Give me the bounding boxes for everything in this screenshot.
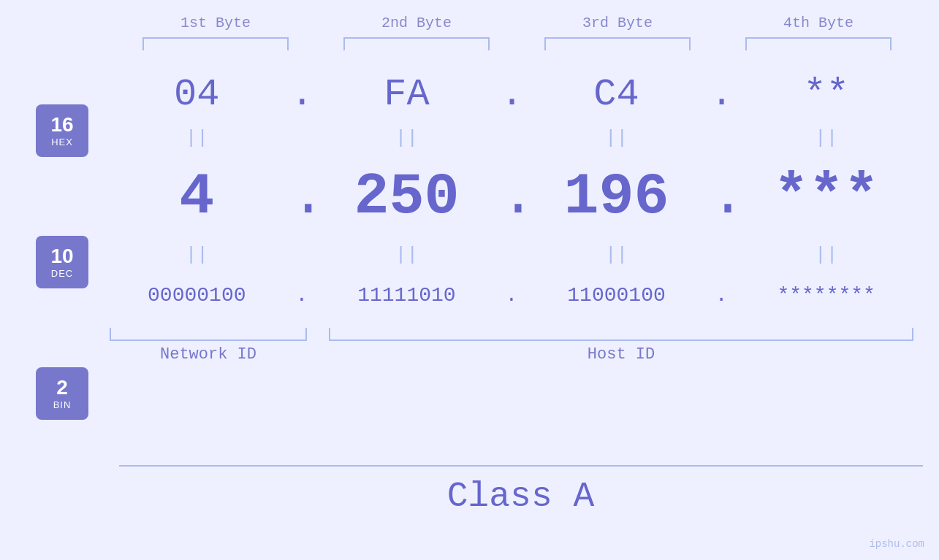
byte1-label: 1st Byte	[135, 15, 296, 31]
hex-dot-3: .	[710, 73, 732, 116]
eq1-b2: ||	[326, 127, 487, 149]
dec-value-row: 4 . 250 . 196 . ***	[110, 153, 913, 240]
bin-dot-1: .	[291, 284, 313, 307]
dec-badge-wrapper: 10 DEC	[15, 189, 110, 335]
dec-b1: 4	[116, 164, 277, 230]
eq1-b4: ||	[746, 127, 907, 149]
bin-badge-text: BIN	[53, 399, 72, 410]
hex-badge-number: 16	[50, 115, 73, 135]
dec-dot-3: .	[710, 164, 732, 230]
eq1-b1: ||	[116, 127, 277, 149]
equals-row-2: || || || ||	[110, 240, 913, 269]
eq2-b2: ||	[326, 244, 487, 266]
dec-badge-number: 10	[50, 246, 73, 266]
bracket-top-row	[115, 37, 919, 50]
main-container: 1st Byte 2nd Byte 3rd Byte 4th Byte 16 H…	[0, 0, 939, 560]
equals-row-1: || || || ||	[110, 123, 913, 153]
hex-dot-2: .	[501, 73, 522, 116]
bin-b1: 00000100	[116, 284, 277, 307]
bin-b3: 11000100	[536, 284, 697, 307]
byte3-label: 3rd Byte	[537, 15, 698, 31]
class-label: Class A	[119, 477, 923, 516]
hex-value-row: 04 . FA . C4 . **	[110, 65, 913, 123]
bracket-top-2	[343, 37, 490, 50]
bracket-host	[329, 328, 913, 341]
bin-b4: ********	[746, 284, 907, 307]
bin-dot-3: .	[710, 284, 732, 307]
dec-badge-text: DEC	[51, 268, 73, 279]
bin-badge: 2 BIN	[36, 367, 88, 420]
host-id-label: Host ID	[329, 345, 913, 364]
bottom-brackets-row	[110, 328, 913, 341]
eq2-b3: ||	[536, 244, 697, 266]
hex-badge: 16 HEX	[36, 104, 88, 157]
bottom-labels-row: Network ID Host ID	[110, 345, 913, 364]
hex-badge-text: HEX	[51, 137, 73, 147]
bracket-network	[110, 328, 307, 341]
dec-badge: 10 DEC	[36, 236, 88, 288]
bin-b2: 11111010	[326, 284, 487, 307]
hex-dot-1: .	[291, 73, 313, 116]
dec-b3: 196	[536, 164, 697, 230]
eq2-b1: ||	[116, 244, 277, 266]
outer-bracket-line	[119, 465, 923, 467]
hex-badge-wrapper: 16 HEX	[15, 72, 110, 189]
eq1-b3: ||	[536, 127, 697, 149]
bin-badge-number: 2	[56, 377, 68, 398]
dec-b4: ***	[746, 164, 907, 230]
hex-b3: C4	[536, 73, 697, 116]
eq2-b4: ||	[746, 244, 907, 266]
hex-b2: FA	[326, 73, 487, 116]
bracket-top-1	[142, 37, 289, 50]
byte-headers: 1st Byte 2nd Byte 3rd Byte 4th Byte	[115, 15, 919, 31]
byte4-label: 4th Byte	[738, 15, 899, 31]
bracket-top-4	[745, 37, 892, 50]
badges-column: 16 HEX 10 DEC 2 BIN	[15, 58, 110, 452]
bin-badge-wrapper: 2 BIN	[15, 335, 110, 452]
dec-dot-2: .	[501, 164, 522, 230]
network-id-label: Network ID	[110, 345, 307, 364]
content-area: 16 HEX 10 DEC 2 BIN 04	[15, 58, 924, 452]
bracket-top-3	[544, 37, 691, 50]
hex-b4: **	[746, 73, 907, 116]
bin-value-row: 00000100 . 11111010 . 11000100 . *******…	[110, 269, 913, 321]
data-rows: 04 . FA . C4 . ** || || || || 4 .	[110, 58, 924, 452]
hex-b1: 04	[116, 73, 277, 116]
dec-b2: 250	[326, 164, 487, 230]
watermark: ipshu.com	[869, 538, 924, 550]
bin-dot-2: .	[501, 284, 522, 307]
byte2-label: 2nd Byte	[336, 15, 497, 31]
dec-dot-1: .	[291, 164, 313, 230]
